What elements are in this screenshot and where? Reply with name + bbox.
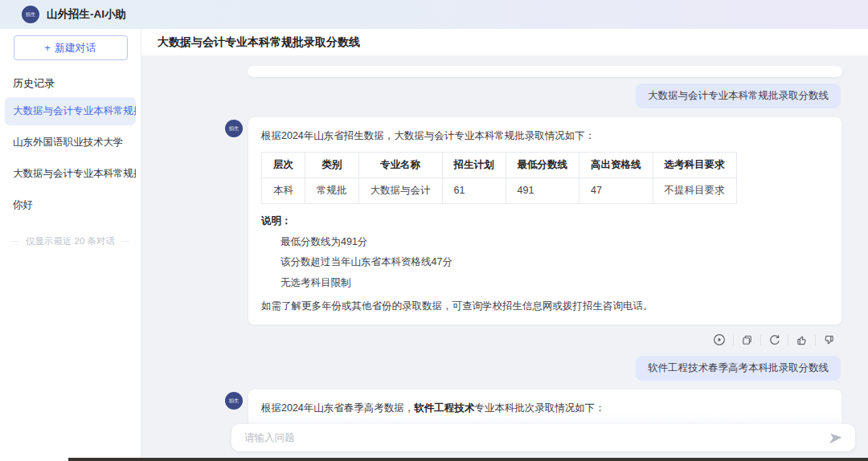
- conversation-title: 大数据与会计专业本科常规批录取分数线: [158, 35, 360, 50]
- table-cell: 61: [442, 177, 506, 203]
- play-icon[interactable]: [706, 330, 733, 349]
- table-cell: 本科: [262, 177, 305, 203]
- intro-suffix: 专业本科批次录取情况如下：: [474, 402, 605, 414]
- ai-message-card: 根据2024年山东省招生数据，大数据与会计专业本科常规批录取情况如下： 层次类别…: [248, 116, 842, 325]
- app-logo-text: 招生: [26, 12, 35, 17]
- intro-prefix: 根据2024年山东省春季高考数据，: [261, 402, 414, 414]
- ai-avatar: 招生: [225, 120, 243, 137]
- app-title: 山外招生-AI小助: [47, 7, 126, 22]
- ai-avatar-text: 招生: [229, 398, 239, 403]
- table-cell: 491: [506, 177, 579, 203]
- intro-bold: 软件工程技术: [414, 402, 474, 414]
- table-header-row: 层次类别专业名称招生计划最低分数线高出资格线选考科目要求: [262, 152, 737, 177]
- table-header-cell: 高出资格线: [579, 152, 653, 177]
- sidebar: + 新建对话 历史记录 大数据与会计专业本科常规批录取... 山东外国语职业技术…: [0, 29, 141, 461]
- previous-message-stub: [248, 66, 842, 77]
- note-line: 无选考科目限制: [280, 276, 829, 290]
- table-header-cell: 选考科目要求: [653, 152, 736, 177]
- refresh-icon[interactable]: [761, 331, 788, 349]
- ai-message-row: 招生 根据2024年山东省招生数据，大数据与会计专业本科常规批录取情况如下： 层…: [225, 116, 842, 325]
- table-cell: 47: [579, 177, 653, 203]
- table-cell: 常规批: [305, 177, 359, 203]
- table-header-cell: 层次: [262, 152, 305, 177]
- table-header-cell: 类别: [305, 152, 359, 177]
- history-limit-text: 仅显示最近 20 条对话: [26, 235, 115, 247]
- table-header-cell: 最低分数线: [506, 152, 579, 177]
- send-icon[interactable]: [825, 430, 845, 447]
- notes-label: 说明：: [261, 214, 829, 228]
- conversation-header: 大数据与会计专业本科常规批录取分数线: [141, 29, 868, 56]
- message-actions: [225, 330, 842, 349]
- input-dock: [141, 414, 868, 461]
- admission-table: 层次类别专业名称招生计划最低分数线高出资格线选考科目要求本科常规批大数据与会计6…: [261, 152, 737, 204]
- note-line: 最低分数线为491分: [280, 235, 829, 249]
- chat-scroll-area[interactable]: 大数据与会计专业本科常规批录取分数线 招生 根据2024年山东省招生数据，大数据…: [141, 56, 868, 461]
- ai-intro-text: 根据2024年山东省春季高考数据，软件工程技术专业本科批次录取情况如下：: [261, 402, 829, 415]
- table-header-cell: 招生计划: [442, 152, 506, 177]
- ai-avatar-text: 招生: [229, 126, 239, 131]
- app-window: 招生 山外招生-AI小助 + 新建对话 历史记录 大数据与会计专业本科常规批录取…: [0, 0, 868, 461]
- message-input-box[interactable]: [231, 424, 855, 451]
- user-message-bubble: 软件工程技术春季高考本科批录取分数线: [636, 356, 841, 381]
- thumbs-down-icon[interactable]: [816, 331, 842, 349]
- history-section-label: 历史记录: [0, 60, 141, 94]
- table-header-cell: 专业名称: [358, 152, 442, 177]
- user-message-bubble: 大数据与会计专业本科常规批录取分数线: [636, 84, 841, 108]
- new-chat-label: 新建对话: [55, 41, 96, 55]
- thumbs-up-icon[interactable]: [788, 331, 815, 349]
- sidebar-item-conversation-2[interactable]: 山东外国语职业技术大学: [5, 129, 136, 157]
- table-cell: 大数据与会计: [358, 177, 442, 203]
- sidebar-item-conversation-1[interactable]: 大数据与会计专业本科常规批录取...: [5, 97, 136, 125]
- sidebar-item-conversation-3[interactable]: 大数据与会计专业本科常规批录取...: [5, 160, 136, 188]
- divider-line: [11, 241, 19, 242]
- sidebar-item-conversation-4[interactable]: 你好: [5, 191, 136, 219]
- table-cell: 不提科目要求: [653, 177, 736, 203]
- closing-text: 如需了解更多年份或其他省份的录取数据，可查询学校招生信息网或拨打招生咨询电话。: [261, 300, 829, 313]
- copy-icon[interactable]: [734, 331, 760, 349]
- main-panel: 大数据与会计专业本科常规批录取分数线 大数据与会计专业本科常规批录取分数线 招生…: [141, 29, 868, 461]
- table-row: 本科常规批大数据与会计6149147不提科目要求: [262, 177, 737, 203]
- ai-avatar: 招生: [225, 392, 243, 410]
- message-input[interactable]: [243, 431, 825, 444]
- note-line: 该分数超过当年山东省本科资格线47分: [280, 255, 829, 269]
- divider-line: [121, 241, 129, 242]
- plus-icon: +: [44, 42, 51, 54]
- bottom-edge-bar: [68, 458, 868, 461]
- new-chat-button[interactable]: + 新建对话: [14, 35, 128, 60]
- top-bar: 招生 山外招生-AI小助: [0, 0, 868, 29]
- app-logo-icon: 招生: [22, 6, 39, 23]
- history-limit-note: 仅显示最近 20 条对话: [11, 235, 129, 247]
- ai-intro-text: 根据2024年山东省招生数据，大数据与会计专业本科常规批录取情况如下：: [261, 129, 829, 143]
